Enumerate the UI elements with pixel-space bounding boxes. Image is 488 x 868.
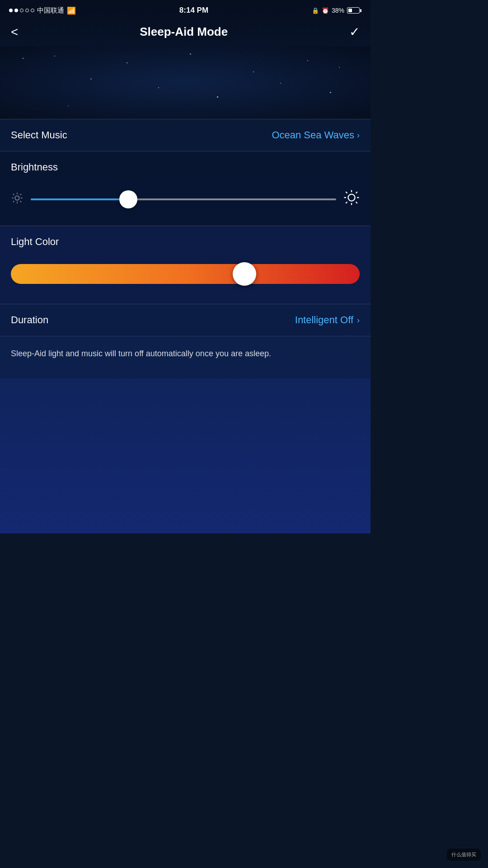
battery-body [347,7,360,14]
light-color-section: Light Color [0,226,371,304]
nav-bar: < Sleep-Aid Mode ✓ [0,20,371,47]
info-section: Sleep-Aid light and music will turn off … [0,336,371,378]
select-music-label: Select Music [11,129,67,141]
brightness-fill [31,198,128,200]
signal-dot-2 [14,9,18,12]
selected-music-name: Ocean Sea Waves [272,129,354,141]
info-text: Sleep-Aid light and music will turn off … [11,347,360,360]
brightness-thumb[interactable] [119,190,137,208]
svg-line-14 [346,192,347,193]
battery-fill [348,9,352,12]
svg-line-17 [356,192,357,193]
brightness-slider[interactable] [31,186,336,213]
status-bar: 中国联通 📶 8:14 PM 🔒 ⏰ 38% [0,0,371,20]
select-music-row[interactable]: Select Music Ocean Sea Waves › [0,119,371,151]
brightness-slider-row [11,186,360,213]
color-slider[interactable] [11,260,360,288]
svg-line-7 [13,201,14,202]
wifi-icon: 📶 [67,6,76,15]
brightness-section: Brightness [0,151,371,226]
brightness-min-icon [11,192,23,208]
duration-label: Duration [11,314,48,326]
chevron-right-icon: › [357,131,360,140]
duration-section: Duration Intelligent Off › [0,304,371,336]
duration-value[interactable]: Intelligent Off › [295,314,360,326]
duration-chevron-icon: › [357,316,360,325]
lock-icon: 🔒 [312,7,319,14]
svg-line-16 [346,202,347,203]
svg-line-5 [13,193,14,194]
svg-point-9 [348,194,355,201]
battery-icon [347,7,361,14]
status-left: 中国联通 📶 [9,6,76,15]
status-right: 🔒 ⏰ 38% [312,7,361,14]
svg-line-6 [20,201,21,202]
battery-percent: 38% [332,7,344,14]
light-color-title: Light Color [11,236,360,248]
brightness-title: Brightness [11,161,360,173]
select-music-value[interactable]: Ocean Sea Waves › [272,129,360,141]
svg-point-0 [15,196,19,200]
color-thumb[interactable] [233,262,256,286]
confirm-button[interactable]: ✓ [349,24,360,39]
svg-line-15 [356,202,357,203]
alarm-icon: ⏰ [322,7,329,14]
signal-dot-1 [9,9,13,12]
hero-area [0,47,371,119]
back-button[interactable]: < [11,25,18,39]
signal-dots [9,9,34,12]
brightness-track [31,198,336,200]
carrier-label: 中国联通 [37,6,64,15]
duration-row[interactable]: Duration Intelligent Off › [0,304,371,336]
duration-text: Intelligent Off [295,314,353,326]
signal-dot-5 [31,9,34,12]
svg-line-8 [20,193,21,194]
color-track [11,264,360,284]
signal-dot-3 [20,9,23,12]
select-music-section: Select Music Ocean Sea Waves › [0,119,371,151]
status-time: 8:14 PM [179,6,208,15]
battery-tip [360,9,361,12]
page-title: Sleep-Aid Mode [140,25,228,39]
brightness-max-icon [343,189,360,209]
signal-dot-4 [25,9,29,12]
